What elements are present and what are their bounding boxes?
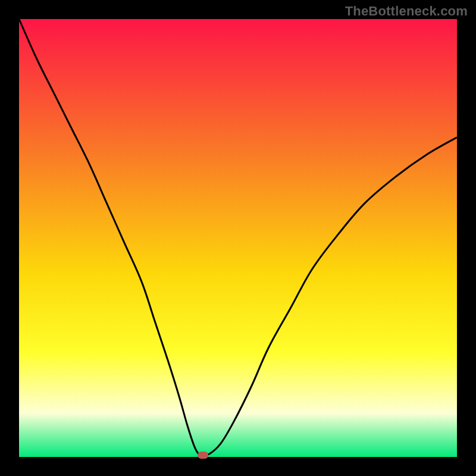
plot-background — [19, 19, 457, 457]
optimum-marker — [198, 452, 208, 459]
chart-frame: TheBottleneck.com — [0, 0, 476, 476]
bottleneck-chart — [0, 0, 476, 476]
watermark-text: TheBottleneck.com — [345, 4, 468, 19]
